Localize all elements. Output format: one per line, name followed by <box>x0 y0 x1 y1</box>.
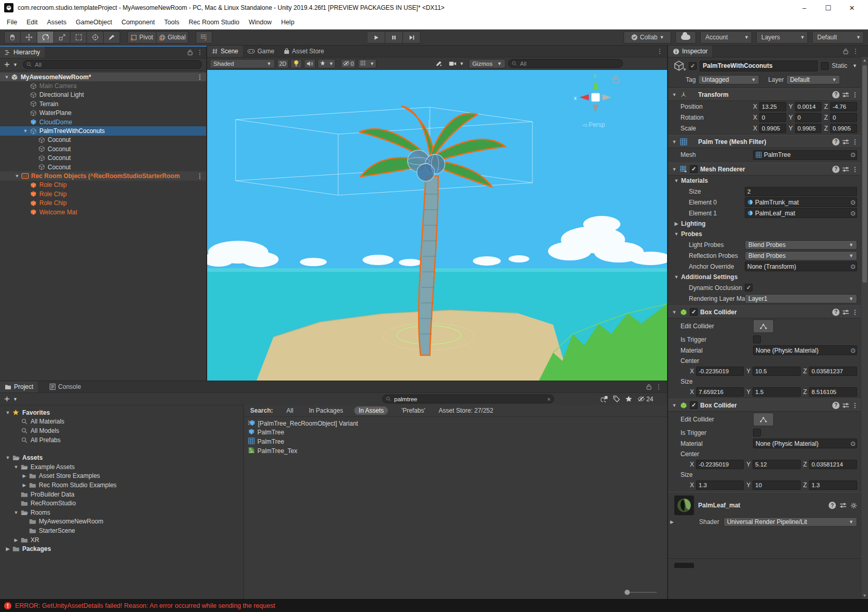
row-menu-icon[interactable]: ⋮ <box>197 74 203 80</box>
object-picker-icon[interactable]: ⊙ <box>850 263 856 270</box>
project-folder-xr[interactable]: ▶XR <box>0 535 243 545</box>
search-scope-in-assets[interactable]: In Assets <box>354 406 388 415</box>
search-scope-in-packages[interactable]: In Packages <box>305 406 347 415</box>
hierarchy-item-waterplane[interactable]: WaterPlane <box>0 109 206 118</box>
project-folder-starterscene[interactable]: StarterScene <box>0 526 243 535</box>
fold-arrow[interactable]: ▼ <box>671 310 677 315</box>
shader-dropdown[interactable]: Universal Render Pipeline/Lit▼ <box>724 517 857 527</box>
pivot-toggle-button[interactable]: Pivot <box>127 31 156 43</box>
tab-scene[interactable]: Scene <box>207 46 243 57</box>
project-folder-rooms[interactable]: ▼Rooms <box>0 508 243 517</box>
help-icon[interactable]: ? <box>829 502 836 509</box>
lighting-toggle-button[interactable] <box>291 59 302 68</box>
project-search-box[interactable]: × <box>382 395 554 403</box>
static-dropdown-icon[interactable]: ▼ <box>852 63 857 68</box>
object-picker-icon[interactable]: ⊙ <box>850 210 856 217</box>
collider-material-field[interactable]: None (Physic Material) ⊙ <box>753 345 857 355</box>
step-button[interactable] <box>403 31 421 43</box>
hierarchy-item-role-chip[interactable]: Role Chip <box>0 198 206 207</box>
project-folder-favorites[interactable]: ▼Favorites <box>0 408 243 417</box>
projection-mode-label[interactable]: ◅ Persp <box>582 121 605 128</box>
tab-inspector[interactable]: Inspector <box>668 46 712 57</box>
object-picker-icon[interactable]: ⊙ <box>850 199 856 206</box>
rendering-layer-dropdown[interactable]: Layer1▼ <box>745 294 857 303</box>
expand-arrow[interactable]: ▶ <box>4 546 11 551</box>
scene-viewport[interactable]: y x ◅ Persp <box>207 70 667 381</box>
move-tool-button[interactable] <box>21 31 37 43</box>
menu-tools[interactable]: Tools <box>160 19 184 26</box>
position-y-field[interactable]: 0.0014 <box>795 102 822 111</box>
project-folder-assets[interactable]: ▼Assets <box>0 453 243 462</box>
effects-dropdown[interactable]: ▼ <box>317 59 336 68</box>
collider1-center-z-field[interactable]: 0.03581237 <box>809 367 857 376</box>
layers-dropdown[interactable]: Layers▼ <box>756 31 808 43</box>
minimize-button[interactable]: – <box>792 0 816 16</box>
transform-component-header[interactable]: ▼ Transform ? ⋮ <box>668 88 861 101</box>
project-folder-probuilder-data[interactable]: ProBuilder Data <box>0 490 243 499</box>
panel-menu-icon[interactable]: ⋮ <box>197 49 203 55</box>
scene-camera-dropdown[interactable]: ▼ <box>447 59 466 68</box>
hierarchy-item-coconut[interactable]: Coconut <box>0 163 206 171</box>
project-search-input[interactable] <box>393 396 545 403</box>
material-foldout-arrow[interactable]: ▶ <box>670 519 674 524</box>
rotation-z-field[interactable]: 0 <box>830 113 857 122</box>
collider1-center-x-field[interactable]: -0.2235019 <box>696 367 744 376</box>
position-z-field[interactable]: -4.76 <box>830 102 857 111</box>
panel-menu-icon[interactable]: ⋮ <box>852 48 859 54</box>
expand-arrow[interactable]: ▶ <box>21 483 28 488</box>
component-menu-icon[interactable]: ⋮ <box>852 309 858 315</box>
collider2-size-z-field[interactable]: 1.3 <box>809 480 857 490</box>
2d-toggle-button[interactable]: 2D <box>277 59 288 68</box>
hierarchy-item-coconut[interactable]: Coconut <box>0 144 206 153</box>
audio-toggle-button[interactable] <box>304 59 315 68</box>
scene-search-box[interactable] <box>508 59 623 68</box>
position-x-field[interactable]: 13.25 <box>759 102 786 111</box>
help-icon[interactable]: ? <box>832 138 840 145</box>
create-asset-button[interactable]: ▼ <box>2 395 20 404</box>
menu-edit[interactable]: Edit <box>22 19 42 26</box>
rect-tool-button[interactable] <box>70 31 87 43</box>
preset-icon[interactable] <box>842 92 849 98</box>
menu-window[interactable]: Window <box>244 19 276 26</box>
help-icon[interactable]: ? <box>832 91 840 98</box>
shading-mode-dropdown[interactable]: Shaded▼ <box>210 59 275 68</box>
object-picker-icon[interactable]: ⊙ <box>850 347 856 354</box>
is-trigger-checkbox[interactable] <box>753 336 761 343</box>
grid-visibility-dropdown[interactable]: ▼ <box>358 59 377 68</box>
hierarchy-item-role-chip[interactable]: Role Chip <box>0 181 206 190</box>
play-button[interactable] <box>368 31 385 43</box>
collider2-center-x-field[interactable]: -0.2235019 <box>696 460 744 469</box>
project-folder-all-prefabs[interactable]: All Prefabs <box>0 435 243 445</box>
preset-icon[interactable] <box>842 402 849 409</box>
dynamic-occlusion-checkbox[interactable]: ✓ <box>745 284 753 292</box>
reflection-probes-dropdown[interactable]: Blend Probes▼ <box>745 251 857 260</box>
inspector-scrollbar[interactable]: ▲ ▼ <box>861 57 868 599</box>
hierarchy-item-welcome-mat[interactable]: Welcome Mat <box>0 208 206 216</box>
expand-arrow[interactable]: ▼ <box>22 128 29 134</box>
project-folder-packages[interactable]: ▶Packages <box>0 544 243 553</box>
expand-arrow[interactable]: ▼ <box>4 410 11 415</box>
gear-icon[interactable] <box>850 502 857 509</box>
menu-component[interactable]: Component <box>117 19 160 26</box>
saved-filter-pill[interactable]: 'Prefabs' <box>397 406 429 415</box>
fold-arrow[interactable]: ▼ <box>671 139 677 144</box>
menu-rec-room-studio[interactable]: Rec Room Studio <box>184 19 244 26</box>
status-bar[interactable]: ! ERROR: GetUnityAssetDetails failed! Re… <box>0 599 868 612</box>
box-collider-1-header[interactable]: ▼ ✓ Box Collider ? ⋮ <box>668 305 861 318</box>
scene-search-input[interactable] <box>519 60 619 67</box>
thumbnail-size-slider[interactable] <box>625 590 657 595</box>
hierarchy-search-box[interactable] <box>23 60 202 69</box>
object-picker-icon[interactable]: ⊙ <box>850 440 856 447</box>
account-dropdown[interactable]: Account▼ <box>700 31 752 43</box>
collider2-size-y-field[interactable]: 10 <box>753 480 800 490</box>
project-folder-rec-room-studio-examples[interactable]: ▶Rec Room Studio Examples <box>0 480 243 490</box>
collider1-size-y-field[interactable]: 1.5 <box>753 387 800 397</box>
project-folder-all-models[interactable]: All Models <box>0 426 243 435</box>
expand-arrow[interactable]: ▼ <box>13 173 21 179</box>
transform-tool-button[interactable] <box>87 31 104 43</box>
probes-foldout[interactable]: ▼Probes <box>668 229 861 239</box>
hidden-objects-button[interactable]: 0 <box>341 59 356 68</box>
panel-menu-icon[interactable]: ⋮ <box>657 48 663 54</box>
collider2-size-x-field[interactable]: 1.3 <box>696 480 744 490</box>
global-toggle-button[interactable]: Global <box>156 31 189 43</box>
